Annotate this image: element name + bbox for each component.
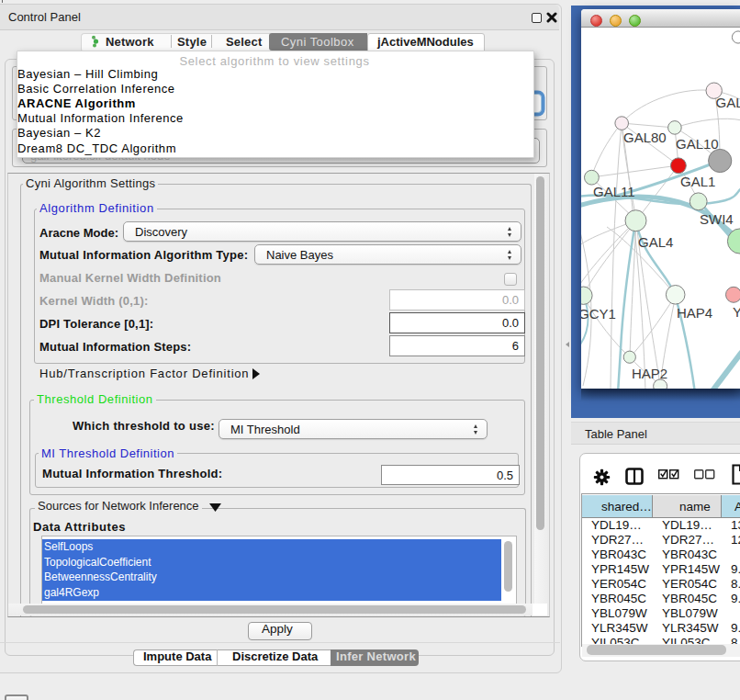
svg-text:GAL: GAL [716, 95, 740, 110]
svg-text:HAP4: HAP4 [677, 305, 712, 321]
svg-text:GAL4: GAL4 [638, 234, 673, 250]
svg-text:GAL10: GAL10 [676, 136, 719, 152]
svg-text:Y: Y [733, 304, 740, 320]
svg-text:HAP2: HAP2 [632, 366, 667, 381]
svg-text:GAL1: GAL1 [680, 174, 715, 189]
svg-text:SWI4: SWI4 [700, 211, 734, 227]
svg-text:GCY1: GCY1 [581, 306, 616, 322]
svg-text:GAL11: GAL11 [593, 184, 635, 199]
svg-text:GAL80: GAL80 [623, 130, 667, 145]
